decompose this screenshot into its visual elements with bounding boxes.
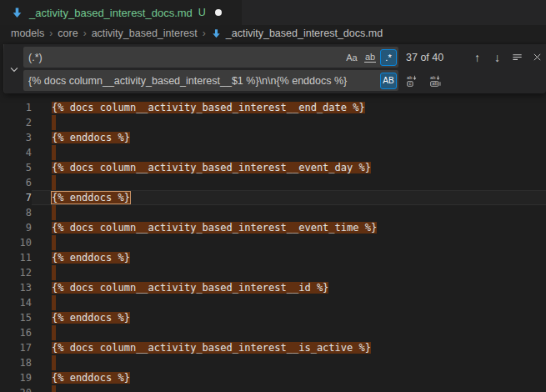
previous-match-button[interactable]: ↑	[468, 48, 486, 66]
replace-input[interactable]	[28, 75, 378, 87]
replace-all-icon: ab ab	[429, 74, 443, 88]
line-content[interactable]: {% docs column__activity_based_interest_…	[32, 220, 546, 235]
line-content[interactable]: {% enddocs %}	[32, 250, 546, 265]
find-match-empty-line	[52, 325, 56, 340]
whole-word-icon[interactable]: ab	[362, 49, 378, 66]
find-in-selection-icon	[511, 51, 523, 63]
editor-line: 8	[0, 205, 546, 220]
editor-pane[interactable]: 1 {% docs column__activity_based_interes…	[0, 42, 546, 392]
svg-text:ab: ab	[432, 81, 437, 86]
breadcrumb-item-models[interactable]: models	[11, 28, 44, 39]
line-number: 14	[0, 295, 32, 310]
find-match-empty-line	[52, 385, 56, 392]
line-content[interactable]	[32, 235, 546, 250]
line-content[interactable]: {% enddocs %}	[32, 310, 546, 325]
editor-line: 4	[0, 145, 546, 160]
line-content[interactable]	[32, 295, 546, 310]
tab-bar: _activity_based_interest_docs.md U	[0, 0, 546, 25]
line-content[interactable]: {% enddocs %}	[32, 130, 546, 145]
find-match[interactable]: {% enddocs %}	[52, 312, 130, 324]
replace-input-box: AB	[23, 70, 398, 91]
line-number: 15	[0, 310, 32, 325]
line-number: 11	[0, 250, 32, 265]
editor-line: 1 {% docs column__activity_based_interes…	[0, 100, 546, 115]
match-case-icon[interactable]: Aa	[343, 49, 360, 66]
breadcrumb-separator: ›	[49, 28, 53, 39]
line-content[interactable]	[32, 325, 546, 340]
find-match[interactable]: {% docs column__activity_based_interest_…	[52, 282, 328, 294]
find-match-empty-line	[52, 145, 56, 160]
next-match-button[interactable]: ↓	[488, 48, 506, 66]
breadcrumb-item-activity-based-interest[interactable]: activity_based_interest	[92, 28, 198, 39]
markdown-file-icon	[11, 7, 23, 19]
find-match[interactable]: {% docs column__activity_based_interest_…	[52, 342, 371, 354]
find-match[interactable]: {% enddocs %}	[52, 372, 130, 384]
line-number: 10	[0, 235, 32, 250]
line-content[interactable]: {% enddocs %}	[32, 370, 546, 385]
find-match[interactable]: {% enddocs %}	[52, 252, 130, 264]
match-count: 37 of 40	[406, 52, 458, 63]
close-button[interactable]	[528, 48, 546, 66]
line-content[interactable]	[32, 355, 546, 370]
line-content[interactable]	[32, 385, 546, 392]
editor-line: 20	[0, 385, 546, 392]
editor-line: 7 {% enddocs %}	[0, 190, 546, 205]
replace-button[interactable]: ab c	[403, 72, 422, 90]
svg-text:ab: ab	[407, 74, 412, 79]
line-number: 19	[0, 370, 32, 385]
line-content[interactable]	[32, 205, 546, 220]
arrow-down-icon: ↓	[494, 51, 500, 64]
line-number: 2	[0, 115, 32, 130]
line-content[interactable]	[32, 145, 546, 160]
line-number: 6	[0, 175, 32, 190]
line-content[interactable]: {% docs column__activity_based_interest_…	[32, 160, 546, 175]
replace-row: AB ab c	[23, 70, 546, 91]
editor-line: 5 {% docs column__activity_based_interes…	[0, 160, 546, 175]
find-match[interactable]: {% docs column__activity_based_interest_…	[52, 222, 377, 234]
find-match-current[interactable]: {% enddocs %}	[52, 192, 130, 204]
close-icon	[532, 52, 543, 63]
line-number: 9	[0, 220, 32, 235]
find-match-empty-line	[52, 205, 56, 220]
modified-dot-icon[interactable]	[215, 9, 222, 16]
line-number: 7	[0, 190, 32, 205]
editor-line: 3 {% enddocs %}	[0, 130, 546, 145]
find-match-empty-line	[52, 295, 56, 310]
find-match-empty-line	[52, 115, 56, 130]
line-content[interactable]	[32, 265, 546, 280]
line-content[interactable]	[32, 115, 546, 130]
editor-line: 6	[0, 175, 546, 190]
find-match[interactable]: {% enddocs %}	[52, 132, 130, 143]
breadcrumb-separator: ›	[83, 28, 87, 39]
editor-line: 15 {% enddocs %}	[0, 310, 546, 325]
line-number: 13	[0, 280, 32, 295]
editor-line: 14	[0, 295, 546, 310]
line-content[interactable]: {% docs column__activity_based_interest_…	[32, 280, 546, 295]
line-content[interactable]: {% docs column__activity_based_interest_…	[32, 340, 546, 355]
breadcrumb: models › core › activity_based_interest …	[0, 25, 546, 42]
regex-icon[interactable]: .*	[380, 49, 397, 66]
find-in-selection-button[interactable]	[508, 48, 526, 66]
find-match[interactable]: {% docs column__activity_based_interest_…	[52, 102, 365, 113]
editor-line: 2	[0, 115, 546, 130]
line-content[interactable]	[32, 175, 546, 190]
breadcrumb-item-core[interactable]: core	[58, 28, 78, 39]
line-content[interactable]: {% enddocs %}	[32, 190, 546, 205]
editor-line: 17 {% docs column__activity_based_intere…	[0, 340, 546, 355]
replace-all-button[interactable]: ab ab	[427, 72, 445, 90]
find-match-empty-line	[52, 355, 56, 370]
toggle-replace-button[interactable]	[4, 44, 23, 93]
find-match[interactable]: {% docs column__activity_based_interest_…	[52, 162, 371, 173]
line-number: 18	[0, 355, 32, 370]
line-content[interactable]: {% docs column__activity_based_interest_…	[32, 100, 546, 115]
line-number: 5	[0, 160, 32, 175]
chevron-down-icon	[8, 63, 20, 75]
editor-line: 11 {% enddocs %}	[0, 250, 546, 265]
breadcrumb-item-file[interactable]: _activity_based_interest_docs.md	[226, 28, 383, 39]
search-input[interactable]	[28, 52, 342, 63]
tab-active-file[interactable]: _activity_based_interest_docs.md U	[0, 0, 242, 25]
arrow-up-icon: ↑	[474, 51, 480, 64]
editor-line: 10	[0, 235, 546, 250]
editor-line: 16	[0, 325, 546, 340]
preserve-case-icon[interactable]: AB	[380, 73, 397, 89]
